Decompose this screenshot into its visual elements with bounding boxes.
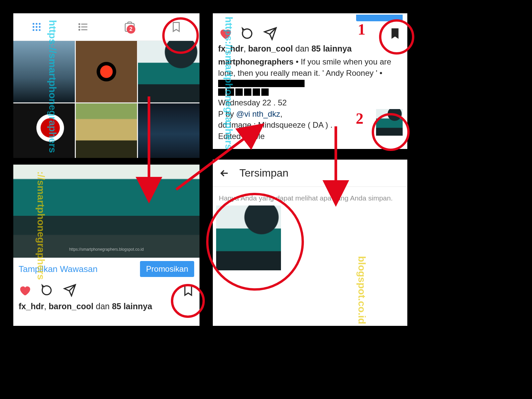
annotation-number: 1 xyxy=(358,21,365,38)
comment-icon[interactable] xyxy=(41,284,54,297)
grid-thumb[interactable] xyxy=(138,41,200,102)
share-icon[interactable] xyxy=(263,27,277,41)
saved-hint: Hanya Anda yang dapat melihat apa yang A… xyxy=(213,187,407,205)
profile-panel: 2 xyxy=(13,13,200,158)
svg-point-5 xyxy=(39,26,41,28)
insight-row: Tampilkan Wawasan Promosikan xyxy=(13,258,200,280)
likes-user1: fx_hdr xyxy=(19,302,44,311)
post-detail-panel: fx_hdr, baron_cool dan 85 lainnya martph… xyxy=(213,13,407,149)
comment-icon[interactable] xyxy=(241,27,255,41)
tab-grid[interactable] xyxy=(13,22,60,32)
svg-point-9 xyxy=(79,24,80,25)
post-actions xyxy=(13,280,200,300)
tab-saved[interactable] xyxy=(153,21,200,33)
grid-thumb[interactable] xyxy=(138,103,200,158)
share-icon[interactable] xyxy=(63,284,76,297)
grid-thumb[interactable] xyxy=(13,41,75,102)
list-icon xyxy=(77,21,89,33)
svg-point-1 xyxy=(36,23,37,25)
saved-thumb[interactable] xyxy=(216,205,281,270)
svg-point-6 xyxy=(33,29,34,31)
saved-title: Tersimpan xyxy=(239,167,289,179)
image-watermark: https://smartphonegraphers.blogspot.co.i… xyxy=(69,247,144,252)
promote-button[interactable]: Promosikan xyxy=(140,261,194,277)
svg-point-7 xyxy=(36,29,37,31)
bookmark-icon xyxy=(170,21,182,33)
grid-thumb[interactable] xyxy=(76,41,137,102)
svg-point-0 xyxy=(33,23,34,25)
likes-count: 85 lainnya xyxy=(112,302,152,311)
heart-icon[interactable] xyxy=(18,284,31,297)
bookmark-filled-icon[interactable] xyxy=(388,27,402,41)
post-image[interactable]: https://smartphonegraphers.blogspot.co.i… xyxy=(13,165,200,258)
detail-likes-line[interactable]: fx_hdr, baron_cool dan 85 lainnya xyxy=(213,43,407,55)
grid-thumb[interactable] xyxy=(76,103,137,158)
cutoff-button xyxy=(356,15,403,21)
caption-author[interactable]: martphonegraphers xyxy=(218,57,294,66)
tab-tagged[interactable]: 2 xyxy=(106,21,153,33)
svg-point-8 xyxy=(39,29,41,31)
profile-tab-row: 2 xyxy=(13,13,200,41)
svg-point-3 xyxy=(33,26,34,28)
grid-thumb[interactable] xyxy=(13,103,75,158)
svg-point-13 xyxy=(79,29,80,30)
likes-user2: baron_cool xyxy=(49,302,93,311)
saved-panel: Tersimpan Hanya Anda yang dapat melihat … xyxy=(213,160,407,326)
tagged-badge: 2 xyxy=(127,25,135,34)
insights-link[interactable]: Tampilkan Wawasan xyxy=(19,264,97,274)
saved-header: Tersimpan xyxy=(213,160,407,187)
redacted-squares xyxy=(218,88,402,96)
profile-grid xyxy=(13,41,200,158)
svg-point-2 xyxy=(39,23,41,25)
mention-link[interactable]: @vi nth_dkz xyxy=(236,109,280,118)
svg-point-11 xyxy=(79,27,80,28)
annotation-number: 2 xyxy=(356,110,363,127)
save-toast-thumb[interactable] xyxy=(376,109,403,136)
tab-list[interactable] xyxy=(60,21,106,33)
heart-icon[interactable] xyxy=(218,27,232,41)
detail-actions xyxy=(213,23,407,43)
time-text: Wednesday 22 . 52 xyxy=(218,98,287,107)
back-icon[interactable] xyxy=(219,168,230,179)
svg-point-4 xyxy=(36,26,37,28)
bookmark-icon[interactable] xyxy=(182,284,195,297)
redacted-bar xyxy=(218,80,305,87)
post-panel: https://smartphonegraphers.blogspot.co.i… xyxy=(13,165,200,326)
grid-icon xyxy=(31,22,42,32)
likes-line[interactable]: fx_hdr, baron_cool dan 85 lainnya xyxy=(13,300,200,313)
